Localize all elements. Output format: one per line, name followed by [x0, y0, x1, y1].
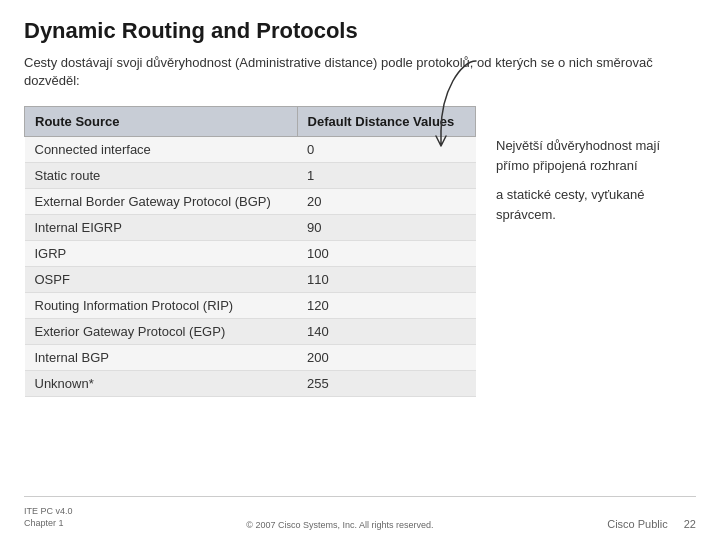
footer-left: ITE PC v4.0 Chapter 1	[24, 505, 73, 530]
footer-cisco-public: Cisco Public	[607, 518, 668, 530]
table-row: Static route1	[25, 163, 476, 189]
footer-page: 22	[684, 518, 696, 530]
distance-value-cell: 100	[297, 241, 475, 267]
route-source-cell: Exterior Gateway Protocol (EGP)	[25, 319, 298, 345]
distance-value-cell: 255	[297, 371, 475, 397]
annotation-line2: a statické cesty, vyťukané správcem.	[496, 185, 696, 224]
table-row: External Border Gateway Protocol (BGP)20	[25, 189, 476, 215]
route-source-cell: External Border Gateway Protocol (BGP)	[25, 189, 298, 215]
table-row: Internal BGP200	[25, 345, 476, 371]
content-area: Route Source Default Distance Values Con…	[24, 106, 696, 487]
route-source-cell: IGRP	[25, 241, 298, 267]
distance-value-cell: 1	[297, 163, 475, 189]
annotation-box: Největší důvěryhodnost mají přímo připoj…	[486, 106, 696, 487]
distance-value-cell: 110	[297, 267, 475, 293]
col-header-source: Route Source	[25, 107, 298, 137]
footer-ite: ITE PC v4.0	[24, 506, 73, 516]
table-row: Connected interface0	[25, 137, 476, 163]
route-source-cell: Unknown*	[25, 371, 298, 397]
table-row: IGRP100	[25, 241, 476, 267]
footer-copyright: © 2007 Cisco Systems, Inc. All rights re…	[246, 520, 433, 530]
table-row: Unknown*255	[25, 371, 476, 397]
page-title: Dynamic Routing and Protocols	[24, 18, 696, 44]
route-source-cell: OSPF	[25, 267, 298, 293]
table-row: OSPF110	[25, 267, 476, 293]
arrow-svg	[431, 41, 481, 161]
footer-chapter: Chapter 1	[24, 518, 64, 528]
route-source-cell: Internal EIGRP	[25, 215, 298, 241]
table-row: Exterior Gateway Protocol (EGP)140	[25, 319, 476, 345]
distance-value-cell: 140	[297, 319, 475, 345]
page: Dynamic Routing and Protocols Cesty dost…	[0, 0, 720, 540]
routing-table: Route Source Default Distance Values Con…	[24, 106, 476, 397]
distance-value-cell: 120	[297, 293, 475, 319]
subtitle-text: Cesty dostávají svoji důvěryhodnost (Adm…	[24, 54, 696, 90]
annotation-line1: Největší důvěryhodnost mají přímo připoj…	[496, 136, 696, 175]
route-source-cell: Connected interface	[25, 137, 298, 163]
distance-value-cell: 200	[297, 345, 475, 371]
table-row: Routing Information Protocol (RIP)120	[25, 293, 476, 319]
table-container: Route Source Default Distance Values Con…	[24, 106, 476, 487]
route-source-cell: Internal BGP	[25, 345, 298, 371]
distance-value-cell: 20	[297, 189, 475, 215]
table-row: Internal EIGRP90	[25, 215, 476, 241]
distance-value-cell: 90	[297, 215, 475, 241]
route-source-cell: Static route	[25, 163, 298, 189]
route-source-cell: Routing Information Protocol (RIP)	[25, 293, 298, 319]
footer: ITE PC v4.0 Chapter 1 © 2007 Cisco Syste…	[24, 496, 696, 530]
annotation-text: Největší důvěryhodnost mají přímo připoj…	[496, 136, 696, 224]
